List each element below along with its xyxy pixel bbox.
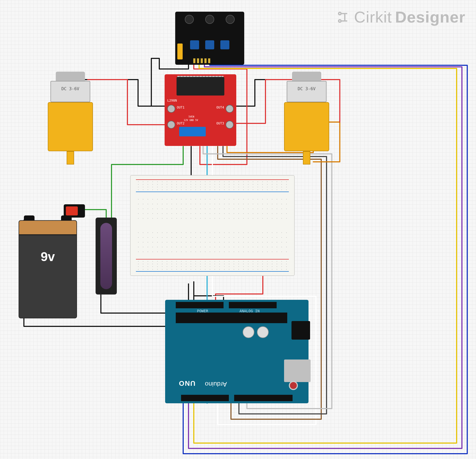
battery-label: 9v <box>19 249 77 264</box>
rocker-switch[interactable] <box>64 204 85 218</box>
wire-switch-to-cell[interactable] <box>82 210 106 218</box>
l298n-out1: OUT1 <box>177 106 185 109</box>
svg-point-1 <box>338 20 341 22</box>
line-sensor-keystudio[interactable] <box>175 12 244 65</box>
breadboard[interactable] <box>130 175 295 276</box>
l298n-driver[interactable]: L298N OUT1 OUT2 OUT4 OUT3 5VEN 12V GND 5… <box>165 74 236 146</box>
arduino-analog-label: ANALOG IN <box>239 309 260 313</box>
arduino-model-label: UNO <box>178 379 195 387</box>
design-canvas[interactable]: Cirkit Designer 9v DC 3-6V DC 3-6V L298N… <box>0 0 476 459</box>
barrel-jack-icon <box>291 321 310 340</box>
cell-holder-18650[interactable] <box>96 218 117 295</box>
motor-left-label: DC 3-6V <box>48 86 93 91</box>
cirkit-logo-icon <box>336 10 351 25</box>
wire-bb-gnd-arduino[interactable] <box>194 282 224 302</box>
dc-motor-left[interactable]: DC 3-6V <box>48 72 93 164</box>
usb-port-icon <box>284 360 311 382</box>
battery-9v[interactable]: 9v <box>19 220 77 318</box>
l298n-chip-label: L298N <box>167 99 177 102</box>
keystudio-tag-icon <box>177 44 183 59</box>
arduino-reset-button[interactable] <box>289 381 298 390</box>
watermark-brand: Cirkit <box>354 8 392 26</box>
arduino-uno[interactable]: UNO Arduino POWER ANALOG IN <box>165 300 308 403</box>
l298n-out3: OUT3 <box>216 122 224 125</box>
l298n-out2: OUT2 <box>177 122 185 125</box>
wire-motorR-out4[interactable] <box>235 80 292 106</box>
wire-motorL-out2[interactable] <box>88 80 166 125</box>
arduino-brand-label: Arduino <box>205 380 227 388</box>
l298n-pwr: 12V GND 5V <box>184 119 198 122</box>
watermark: Cirkit Designer <box>336 8 465 26</box>
arduino-power-label: POWER <box>197 309 208 313</box>
watermark-product: Designer <box>395 8 465 26</box>
l298n-out4: OUT4 <box>216 106 224 109</box>
l298n-en: 5VEN <box>188 115 194 118</box>
motor-right-label: DC 3-6V <box>284 86 329 91</box>
svg-point-0 <box>338 12 341 15</box>
dc-motor-right[interactable]: DC 3-6V <box>284 72 329 164</box>
